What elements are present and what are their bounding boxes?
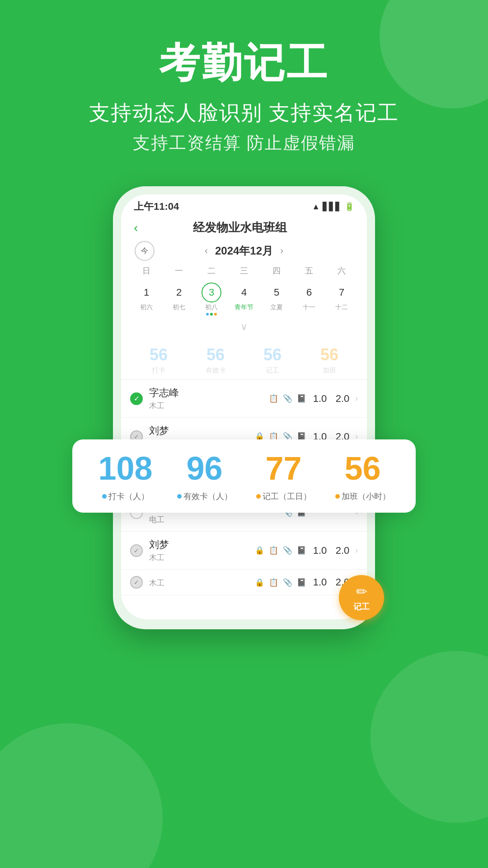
worker-info-1: 字志峰 木工 [149, 386, 265, 411]
qr-button[interactable] [342, 222, 354, 234]
cal-day-num: 2 [169, 283, 189, 302]
cal-day-lunar: 立夏 [270, 303, 283, 311]
stat-label-overtime: 加班（小时） [323, 491, 402, 502]
worker-icons-6: 🔒 📋 📎 📓 [255, 578, 306, 587]
stat-valid-count: 96 [165, 452, 244, 485]
cal-day-5[interactable]: 5 立夏 [260, 280, 293, 318]
worker-type-1: 木工 [149, 401, 265, 411]
nav-title: 经发物业水电班组 [193, 220, 287, 236]
note-icon: 📓 [297, 394, 306, 403]
worker-item-1[interactable]: ✓ 字志峰 木工 📋 📎 📓 1.0 2.0 › [121, 380, 367, 418]
cal-day-lunar: 十二 [335, 303, 348, 311]
cal-day-1[interactable]: 1 初六 [130, 280, 163, 318]
page-title: 考勤记工 [0, 41, 488, 85]
worker-check-1[interactable]: ✓ [130, 392, 143, 405]
calendar-days: 1 初六 2 初七 3 初八 [130, 280, 358, 318]
stat-label-overtime-text: 加班（小时） [342, 491, 390, 502]
dot-punch [102, 494, 107, 499]
record-fab-icon: ✏ [356, 584, 367, 599]
stat-label-valid-text: 有效卡（人） [183, 491, 232, 502]
calendar-icon: 📋 [269, 394, 278, 403]
worker-item-6[interactable]: ✓ 木工 🔒 📋 📎 📓 1.0 2.0 › [121, 570, 367, 595]
phone-inner: 上午11:04 ▲ ▋▋▋ 🔋 ‹ 经发物业水电班组 [121, 194, 367, 619]
cal-day-num: 5 [267, 283, 286, 302]
stats-bg: 56 56 56 56 [121, 339, 367, 364]
stat-label-bg1: 打卡 [130, 366, 187, 375]
calendar-icon: 📋 [269, 546, 278, 555]
worker-days-5: 1.0 [311, 545, 329, 557]
worker-type-5: 木工 [149, 552, 251, 563]
cal-day-3[interactable]: 3 初八 [195, 280, 228, 318]
cal-day-6[interactable]: 6 十一 [293, 280, 325, 318]
day-header-sat: 六 [325, 264, 358, 278]
cal-next-button[interactable]: › [280, 245, 283, 257]
phone-wrapper: 上午11:04 ▲ ▋▋▋ 🔋 ‹ 经发物业水电班组 [0, 186, 488, 629]
bg-decoration-bottom-left [0, 723, 163, 868]
stat-label-work: 记工（工日） [244, 491, 323, 502]
phone-frame: 上午11:04 ▲ ▋▋▋ 🔋 ‹ 经发物业水电班组 [113, 186, 375, 629]
cal-day-num: 1 [136, 283, 156, 302]
cal-day-4[interactable]: 4 青年节 [228, 280, 260, 318]
record-fab-button[interactable]: ✏ 记工 [339, 575, 384, 620]
cal-day-lunar: 十一 [303, 303, 315, 311]
worker-name-2: 刘梦 [149, 424, 251, 438]
worker-arrow-5: › [355, 546, 358, 555]
half-check-icon: ✓ [134, 579, 139, 586]
day-header-thu: 四 [260, 264, 293, 278]
day-headers: 日 一 二 三 四 五 六 [130, 262, 358, 280]
subtitle-line2: 支持工资结算 防止虚假错漏 [0, 132, 488, 155]
day-header-tue: 二 [195, 264, 228, 278]
cal-month-label: 2024年12月 [215, 244, 273, 258]
lock-icon: 🔒 [255, 546, 264, 555]
back-button[interactable]: ‹ [134, 221, 138, 235]
stat-label-bg4: 加班 [301, 366, 358, 375]
cal-prev-button[interactable]: ‹ [205, 245, 208, 257]
worker-type-6: 木工 [149, 578, 251, 588]
worker-days-1: 1.0 [311, 393, 329, 405]
note-icon: 📓 [297, 578, 306, 587]
calendar-area: 今 ‹ 2024年12月 › 日 一 二 三 四 五 六 [121, 240, 367, 339]
day-header-sun: 日 [130, 264, 163, 278]
note-icon: 📓 [297, 546, 306, 555]
day-header-mon: 一 [163, 264, 195, 278]
cal-day-7[interactable]: 7 十二 [325, 280, 358, 318]
attachment-icon: 📎 [283, 394, 292, 403]
cal-expand-chevron[interactable]: ∨ [130, 318, 358, 335]
worker-days-6: 1.0 [311, 576, 329, 588]
dot-overtime [335, 494, 340, 499]
today-button[interactable]: 今 [135, 241, 155, 261]
wifi-icon: ▲ [312, 202, 320, 212]
day-header-wed: 三 [228, 264, 260, 278]
attachment-icon: 📎 [283, 578, 292, 587]
cal-day-2[interactable]: 2 初七 [163, 280, 195, 318]
cal-day-lunar: 初八 [205, 303, 218, 311]
worker-type-4: 电工 [149, 514, 279, 525]
worker-check-6[interactable]: ✓ [130, 576, 143, 589]
worker-overtime-5: 2.0 [333, 545, 352, 557]
cal-day-num: 6 [299, 283, 319, 302]
stat-label-bg2: 有效卡 [187, 366, 244, 375]
status-icons: ▲ ▋▋▋ 🔋 [312, 202, 354, 212]
header-area: 考勤记工 支持动态人脸识别 支持实名记工 支持工资结算 防止虚假错漏 [0, 0, 488, 173]
stat-label-punch: 打卡（人） [86, 491, 165, 502]
half-check-icon: ✓ [134, 547, 139, 554]
stat-punch-count: 108 [86, 452, 165, 485]
worker-check-5[interactable]: ✓ [130, 544, 143, 557]
stat-label-punch-text: 打卡（人） [108, 491, 149, 502]
dot-orange [214, 313, 217, 316]
calendar-icon: 📋 [269, 578, 278, 587]
cal-day-num: 4 [234, 283, 254, 302]
cal-day-dots [206, 313, 217, 316]
worker-item-5[interactable]: ✓ 刘梦 木工 🔒 📋 📎 📓 1.0 2.0 › [121, 532, 367, 570]
record-fab-label: 记工 [353, 601, 370, 612]
stat-overtime-hours: 56 [323, 452, 402, 485]
stat-bg-56c: 56 [244, 345, 301, 364]
worker-info-5: 刘梦 木工 [149, 538, 251, 563]
nav-bar: ‹ 经发物业水电班组 [121, 216, 367, 240]
stat-bg-56b: 56 [187, 345, 244, 364]
cal-day-lunar-festival: 青年节 [235, 303, 253, 311]
dot-green [210, 313, 213, 316]
cal-day-num: 7 [332, 283, 352, 302]
subtitle-line1: 支持动态人脸识别 支持实名记工 [0, 99, 488, 127]
stat-bg-56d: 56 [301, 345, 358, 364]
